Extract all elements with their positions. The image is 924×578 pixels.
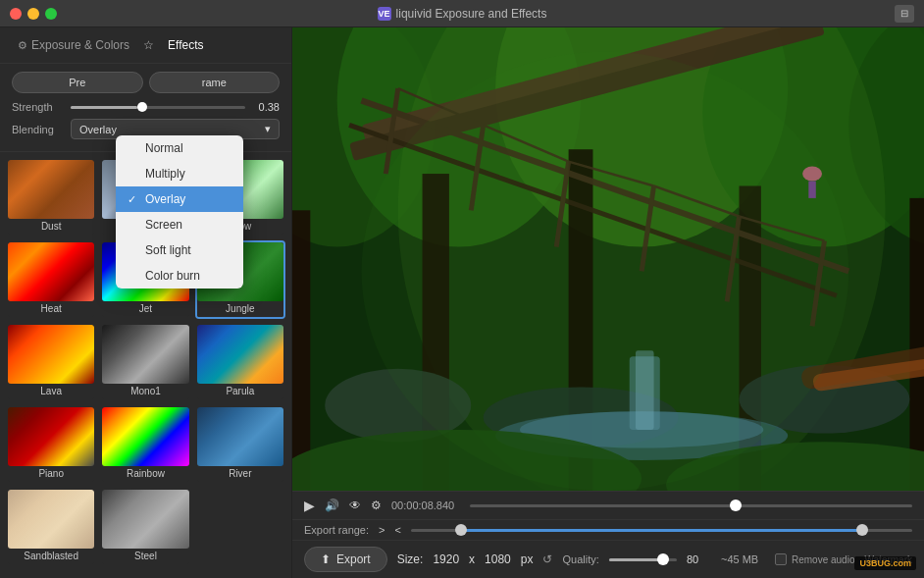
range-thumb-left xyxy=(455,524,467,536)
effect-item[interactable]: Dust xyxy=(6,158,96,236)
maximize-button[interactable] xyxy=(45,8,57,20)
svg-rect-11 xyxy=(909,198,924,491)
export-icon: ⬆ xyxy=(321,552,331,566)
preset-button[interactable]: Pre xyxy=(12,72,143,93)
dropdown-item-label: Overlay xyxy=(145,192,185,206)
dropdown-item-overlay[interactable]: ✓Overlay xyxy=(116,186,243,212)
effect-thumbnail xyxy=(8,490,94,549)
effect-label: Rainbow xyxy=(102,466,188,482)
export-button[interactable]: ⬆ Export xyxy=(304,547,387,572)
minimize-button[interactable] xyxy=(27,8,39,20)
frame-button[interactable]: rame xyxy=(149,72,281,93)
check-icon: ✓ xyxy=(128,193,139,206)
svg-point-40 xyxy=(361,52,848,491)
size-width: 1920 xyxy=(433,552,459,566)
panel-tabs: ⚙ Exposure & Colors ☆ Effects xyxy=(0,27,291,64)
link-button[interactable]: ⚙ xyxy=(371,499,382,512)
close-button[interactable] xyxy=(10,8,22,20)
effect-thumbnail xyxy=(197,407,283,466)
dropdown-item-label: Color burn xyxy=(145,269,200,283)
left-panel: ⚙ Exposure & Colors ☆ Effects Pre rame S… xyxy=(0,27,292,578)
effect-item[interactable]: Mono1 xyxy=(100,323,190,401)
remove-audio-checkbox[interactable] xyxy=(775,553,787,565)
dropdown-item-color-burn[interactable]: Color burn xyxy=(116,263,243,289)
range-thumb-right xyxy=(856,524,868,536)
dropdown-item-screen[interactable]: Screen xyxy=(116,212,243,237)
play-button[interactable]: ▶ xyxy=(304,498,315,513)
size-unit: px xyxy=(521,552,534,566)
dropdown-item-soft-light[interactable]: Soft light xyxy=(116,237,243,263)
sliders-icon: ⚙ xyxy=(18,39,27,52)
playback-thumb xyxy=(730,499,742,511)
quality-value: 80 xyxy=(687,553,711,565)
playback-row: ▶ 🔊 👁 ⚙ 00:00:08.840 xyxy=(292,492,924,520)
effect-thumbnail xyxy=(8,160,94,219)
star-icon: ☆ xyxy=(143,38,154,52)
chevron-down-icon: ▾ xyxy=(265,123,271,135)
export-range-slider[interactable] xyxy=(411,529,912,532)
app-title-text: liquivid Exposure and Effects xyxy=(396,7,547,21)
effect-item[interactable]: Parula xyxy=(195,323,285,401)
app-title: VE liquivid Exposure and Effects xyxy=(378,7,547,21)
range-arrow-left[interactable]: > xyxy=(379,524,385,536)
effect-label: Piano xyxy=(8,466,94,482)
tab-exposure[interactable]: ⚙ Exposure & Colors xyxy=(12,35,135,55)
tab-effects[interactable]: Effects xyxy=(162,35,209,55)
range-arrow-right[interactable]: < xyxy=(394,524,400,536)
effect-item[interactable]: Sandblasted xyxy=(6,488,96,566)
effect-label: Heat xyxy=(8,301,94,317)
effect-label: Sandblasted xyxy=(8,549,94,564)
effect-label: Dust xyxy=(8,219,94,235)
save-icon[interactable]: ⊟ xyxy=(895,5,914,23)
preset-row: Pre rame xyxy=(12,72,280,93)
effect-label: Steel xyxy=(102,549,188,564)
effect-thumbnail xyxy=(197,325,283,384)
preview-area xyxy=(292,27,924,491)
effect-item[interactable]: Lava xyxy=(6,323,96,401)
export-range-row: Export range: > < xyxy=(292,520,924,541)
tab-effects-label: Effects xyxy=(168,38,203,52)
effect-item[interactable]: Rainbow xyxy=(100,405,190,484)
titlebar: VE liquivid Exposure and Effects ⊟ xyxy=(0,0,924,27)
strength-value: 0.38 xyxy=(245,101,280,113)
effect-thumbnail xyxy=(8,407,94,466)
effect-label: River xyxy=(197,466,283,482)
dropdown-item-multiply[interactable]: Multiply xyxy=(116,161,243,186)
dropdown-item-label: Multiply xyxy=(145,167,185,181)
strength-label: Strength xyxy=(12,101,71,113)
quality-slider[interactable] xyxy=(609,558,677,561)
effect-item[interactable]: River xyxy=(195,405,285,484)
svg-rect-7 xyxy=(292,210,310,491)
tab-exposure-label: Exposure & Colors xyxy=(31,38,129,52)
resize-icon[interactable]: ↺ xyxy=(542,552,552,566)
effect-item[interactable]: Steel xyxy=(100,488,190,566)
file-size: ~45 MB xyxy=(721,553,765,565)
preview-image xyxy=(292,27,924,491)
visibility-button[interactable]: 👁 xyxy=(349,499,361,512)
main-layout: ⚙ Exposure & Colors ☆ Effects Pre rame S… xyxy=(0,27,924,578)
strength-row: Strength 0.38 xyxy=(12,101,280,113)
effect-label: Jungle xyxy=(197,301,283,317)
dropdown-item-normal[interactable]: Normal xyxy=(116,135,243,161)
dropdown-item-label: Soft light xyxy=(145,243,191,257)
volume-button[interactable]: 🔊 xyxy=(325,499,339,512)
blending-value: Overlay xyxy=(79,124,117,135)
effect-thumbnail xyxy=(8,325,94,384)
strength-slider[interactable] xyxy=(71,106,245,109)
blending-dropdown[interactable]: NormalMultiply✓OverlayScreenSoft lightCo… xyxy=(116,135,243,289)
effect-item[interactable]: Heat xyxy=(6,240,96,319)
effect-item[interactable]: Piano xyxy=(6,405,96,484)
export-label: Export xyxy=(336,552,371,566)
bottom-controls: ▶ 🔊 👁 ⚙ 00:00:08.840 Export range: > < xyxy=(292,491,924,578)
playback-slider[interactable] xyxy=(470,504,912,507)
quality-row: ⬆ Export Size: 1920 x 1080 px ↺ Quality:… xyxy=(292,541,924,578)
dropdown-item-label: Normal xyxy=(145,141,183,155)
remove-audio-row: Remove audio xyxy=(775,553,854,565)
window-controls[interactable] xyxy=(10,8,57,20)
effect-thumbnail xyxy=(102,325,188,384)
app-icon: VE xyxy=(378,7,391,21)
quality-label: Quality: xyxy=(562,553,598,565)
size-label: Size: xyxy=(397,552,424,566)
blending-label: Blending xyxy=(12,124,71,135)
size-x: x xyxy=(469,552,475,566)
